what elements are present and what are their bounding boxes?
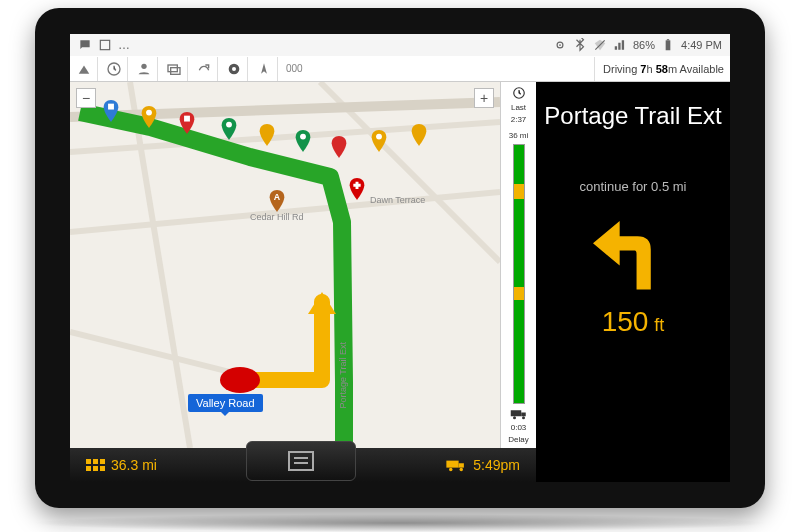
poi-medical-pin[interactable]: [348, 178, 366, 200]
remaining-distance-chip[interactable]: 36.3 mi: [70, 457, 173, 473]
svg-text:A: A: [274, 192, 281, 202]
svg-rect-31: [289, 452, 313, 470]
bottom-bar: 36.3 mi 5:49pm: [70, 448, 536, 482]
android-statusbar: … 86% 4:49 PM: [70, 34, 730, 56]
svg-rect-28: [521, 413, 526, 417]
svg-rect-27: [510, 410, 521, 416]
svg-rect-5: [667, 39, 669, 40]
hos-status: Driving 7h 58m Available: [597, 63, 724, 75]
battery-pct: 86%: [633, 39, 655, 51]
last-time: 2:37: [511, 116, 527, 124]
map-view[interactable]: A Cedar Hill Rd Dawn Terrace Portage Tra…: [70, 82, 500, 448]
svg-rect-19: [108, 104, 114, 110]
search-value: 000: [286, 63, 303, 74]
nav-panel: Portage Trail Ext continue for 0.5 mi 15…: [536, 82, 730, 448]
svg-point-29: [513, 416, 516, 419]
progress-bar: [513, 144, 525, 404]
zoom-in-button[interactable]: +: [474, 88, 494, 108]
route-progress-column: Last 2:37 36 mi 0:03 Delay: [500, 82, 536, 448]
svg-point-30: [522, 416, 525, 419]
nav-bottom-fill: [536, 448, 730, 482]
poi-pin[interactable]: [102, 100, 120, 122]
poi-pin[interactable]: [294, 130, 312, 152]
grid-icon: [86, 459, 105, 471]
continue-text: continue for 0.5 mi: [580, 179, 687, 194]
settings-gear-button[interactable]: [220, 57, 248, 81]
delay-label: Delay: [508, 436, 528, 444]
poi-pin[interactable]: [220, 118, 238, 140]
battery-icon: [661, 38, 675, 52]
svg-point-7: [141, 63, 146, 68]
location-icon: [553, 38, 567, 52]
svg-rect-21: [184, 116, 190, 122]
home-button[interactable]: [70, 57, 98, 81]
screenshot-icon: [98, 38, 112, 52]
eta-chip[interactable]: 5:49pm: [429, 457, 536, 473]
poi-pin[interactable]: [258, 124, 276, 146]
svg-rect-4: [666, 40, 671, 50]
layers-button[interactable]: [160, 57, 188, 81]
zoom-out-button[interactable]: −: [76, 88, 96, 108]
svg-point-18: [220, 367, 260, 393]
remaining-distance: 36.3 mi: [111, 457, 157, 473]
tablet-frame: … 86% 4:49 PM 000 Driving: [35, 8, 765, 508]
delay-time: 0:03: [511, 424, 527, 432]
truck-icon: [445, 458, 467, 472]
poi-pin[interactable]: [370, 130, 388, 152]
screen: … 86% 4:49 PM 000 Driving: [70, 34, 730, 482]
svg-point-37: [460, 468, 464, 472]
clock-button[interactable]: [100, 57, 128, 81]
app-toolbar: 000 Driving 7h 58m Available: [70, 56, 730, 82]
street-label: Portage Trail Ext: [338, 342, 348, 409]
poi-pin[interactable]: [140, 106, 158, 128]
messages-icon: [78, 38, 92, 52]
next-street: Portage Trail Ext: [544, 102, 721, 131]
svg-point-22: [226, 122, 232, 128]
svg-point-11: [232, 67, 236, 71]
last-label: Last: [511, 104, 526, 112]
main-area: A Cedar Hill Rd Dawn Terrace Portage Tra…: [70, 82, 730, 448]
zoom-controls-left: −: [76, 88, 96, 108]
map-svg: [70, 82, 500, 448]
street-label: Cedar Hill Rd: [250, 212, 304, 222]
turn-distance: 150ft: [602, 306, 665, 338]
turn-left-icon: [588, 214, 678, 298]
user-button[interactable]: [130, 57, 158, 81]
share-button[interactable]: [190, 57, 218, 81]
svg-rect-0: [100, 40, 109, 49]
clock-time: 4:49 PM: [681, 39, 722, 51]
svg-rect-35: [459, 463, 464, 467]
compass-button[interactable]: [250, 57, 278, 81]
wifi-off-icon: [593, 38, 607, 52]
svg-point-20: [146, 110, 152, 116]
zoom-controls-right: +: [474, 88, 494, 108]
poi-pin[interactable]: [330, 136, 348, 158]
svg-point-36: [449, 468, 453, 472]
bluetooth-icon: [573, 38, 587, 52]
poi-alert-pin[interactable]: A: [268, 190, 286, 212]
eta-time: 5:49pm: [473, 457, 520, 473]
poi-pin[interactable]: [410, 124, 428, 146]
current-road-bubble: Valley Road: [188, 394, 263, 412]
poi-pin[interactable]: [178, 112, 196, 134]
truck-icon: [510, 408, 528, 420]
total-miles: 36 mi: [509, 132, 529, 140]
svg-rect-34: [447, 461, 459, 468]
svg-point-23: [300, 134, 306, 140]
clock-icon: [512, 86, 526, 100]
svg-point-2: [559, 44, 561, 46]
search-input[interactable]: 000: [280, 57, 595, 81]
signal-icon: [613, 38, 627, 52]
street-label: Dawn Terrace: [370, 195, 425, 205]
svg-point-24: [376, 134, 382, 140]
more-icon: …: [118, 38, 130, 52]
route-list-button[interactable]: [246, 441, 356, 481]
